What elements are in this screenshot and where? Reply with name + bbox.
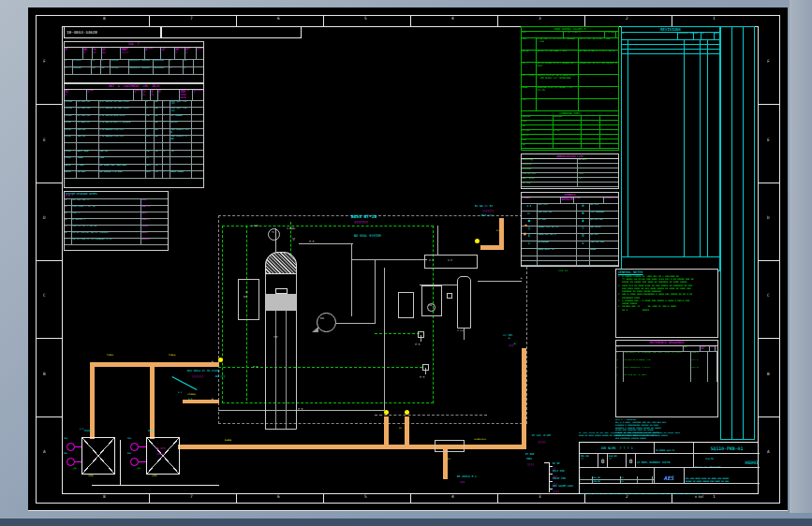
header-cell: CL B hr xyxy=(151,90,158,100)
cell: LLPB xyxy=(65,122,77,128)
cell: TB xyxy=(170,151,192,157)
shape xyxy=(36,416,62,417)
cell: BB BLA xyxy=(578,159,619,163)
pipe-stub xyxy=(384,416,389,447)
side-equipment-box xyxy=(238,279,259,320)
diagram-label: BE ASPCA B L xyxy=(457,475,477,478)
instrument-square xyxy=(422,364,429,371)
diagram-label: LL xyxy=(448,459,450,461)
cell xyxy=(554,135,582,139)
cell xyxy=(582,130,600,134)
tie-in-flag xyxy=(218,358,223,362)
cell xyxy=(554,144,582,148)
cell: LBM BB VBB xyxy=(590,241,619,248)
symbol-row: £CBMB+bdL Bb O7∇md dbl xyxy=(522,234,618,241)
grid-ref: 8 xyxy=(103,17,106,22)
symbol-glyph: ⊗ xyxy=(577,204,590,211)
table-row: LLPBTBBBLBBLY xyxy=(65,157,203,165)
shape xyxy=(497,494,498,504)
cell xyxy=(600,116,619,120)
cell: # LM xyxy=(554,130,582,134)
cell xyxy=(582,125,600,129)
cell: PB dM LLB Pt TA CAPBLBY PTYP xyxy=(72,239,141,244)
cell: P xyxy=(163,151,170,157)
cell: Bd/LL xyxy=(522,135,554,139)
legend-row: 7PB dM LLB Pt TA CAPBLBY PTYPBdqLL) xyxy=(65,239,168,245)
shape xyxy=(421,285,442,316)
cell: 2x-NNL-PB xyxy=(77,101,99,108)
symbol-glyph: ▷ xyxy=(522,212,538,218)
sheet-number: H6001 xyxy=(746,460,759,465)
cell: PdB xyxy=(522,121,554,124)
cell: LLPB xyxy=(65,157,77,164)
header-cell: DESCRIPTION xyxy=(604,197,619,203)
vessel-nozzle-box xyxy=(275,288,288,294)
table-row: BBxBP-BBLBB BBBB BBL BBB-BBBBPPTBT xyxy=(65,165,203,172)
drawing-number: SQ110-PKN-01 xyxy=(694,443,760,454)
shape xyxy=(336,323,376,324)
line-list-table: BNT & LQUIPMENT LML 28/H BLF NO XLINE YP… xyxy=(64,83,204,188)
header-cell: DWG NO xyxy=(701,346,710,351)
cell: BLnBBBBB xyxy=(538,241,577,248)
diagram-label: BOx NOCa ml IO 2xbOp xyxy=(187,370,220,373)
header-cell: OdABP TMBY rrrrr xyxy=(121,48,145,59)
diagram-label: TxBxg xyxy=(169,355,175,358)
vessel-internal-line xyxy=(275,311,276,429)
shape xyxy=(139,446,146,447)
diagram-label: 0Gx xyxy=(64,453,67,456)
gauge-circle xyxy=(130,458,139,466)
note-line: BBBB BB BBBB BBBBB BBBBB BB BBBBBB BBB B… xyxy=(579,435,759,438)
header-cell: APBBB B xyxy=(145,48,161,59)
tie-in-flag xyxy=(405,410,409,415)
pipe-drop xyxy=(443,449,448,479)
cell xyxy=(708,359,717,367)
tie-in-flag xyxy=(384,410,389,415)
cell: TB xyxy=(155,165,163,171)
table-row: LLxMB2x-NNL-PBS.L ABxxB FB HBJ-xxNMPNBTm… xyxy=(65,108,203,115)
cell: T xyxy=(163,136,170,142)
title-block-upper-notes: BL PBBd xBLBB BB BBL-BBB TdBBB BBBB BB B… xyxy=(579,432,759,441)
grid-ref: E xyxy=(43,139,46,143)
cell: VB xyxy=(92,67,101,74)
cell xyxy=(579,75,619,86)
cell: LB xyxy=(146,115,155,122)
diagram-label: xBx xyxy=(73,468,77,471)
vessel-internal-line xyxy=(286,311,287,429)
table-row: LLxHB2x-NNL-PBS.L ABxxB FB HBJ-xxNMPNBTm… xyxy=(65,101,203,109)
package-title: BOSS WT-10 xyxy=(351,215,376,220)
tie-in-flag xyxy=(475,239,480,243)
diagram-label: 3-NpNv xyxy=(287,228,295,231)
cell: LL xyxy=(92,60,101,66)
shape xyxy=(672,494,672,504)
diagram-label: NdL xyxy=(320,318,325,321)
table-row: 2PM BNTYB B BBWB (TB)PL+-P xyxy=(616,359,717,367)
cell: LLB PL LYB BY dB # PBMB APYB / LMB BLBdL… xyxy=(537,75,579,86)
diagram-label: |||| xyxy=(527,463,534,466)
pipe-riser-right xyxy=(522,348,526,449)
table-row: FWDM MB LBP PT LL LCA au MBGBMB + LLBLB … xyxy=(522,38,618,51)
cell xyxy=(600,139,619,143)
cell: (LM) xyxy=(578,173,619,177)
grid-ref: A xyxy=(767,450,770,455)
drawing-canvas[interactable]: 87654321 876543210 RdT FEDCBA FEDCBA 10-… xyxy=(28,7,788,511)
cell: P xyxy=(146,101,155,108)
funnel-icon: ▽ xyxy=(292,237,295,242)
pipe-top-right xyxy=(480,245,504,250)
shape xyxy=(92,485,219,486)
diagram-label: (x) xyxy=(509,344,513,347)
diagram-label: TBNL xyxy=(526,459,532,461)
grid-ref: A xyxy=(43,450,46,455)
shape xyxy=(759,338,780,339)
header-cell: N. CY hr xyxy=(142,90,151,100)
diagram-label: 2xpq xyxy=(148,431,154,433)
symbol-glyph xyxy=(522,249,538,256)
cell xyxy=(170,165,192,171)
cell: mbhp151 +BBxBL xyxy=(129,67,154,74)
cell xyxy=(708,367,717,374)
shape xyxy=(75,446,81,447)
cell: md dbl xyxy=(590,234,619,241)
shape xyxy=(36,260,62,261)
cell xyxy=(582,135,600,139)
cell: PH LM PPOBL LL B / BOBML BL GdLT xyxy=(537,63,579,74)
table-row: 1LTdLL.LLMMLvMBmbhp151 +BBxBLBBxBxBLMHL xyxy=(65,60,203,67)
